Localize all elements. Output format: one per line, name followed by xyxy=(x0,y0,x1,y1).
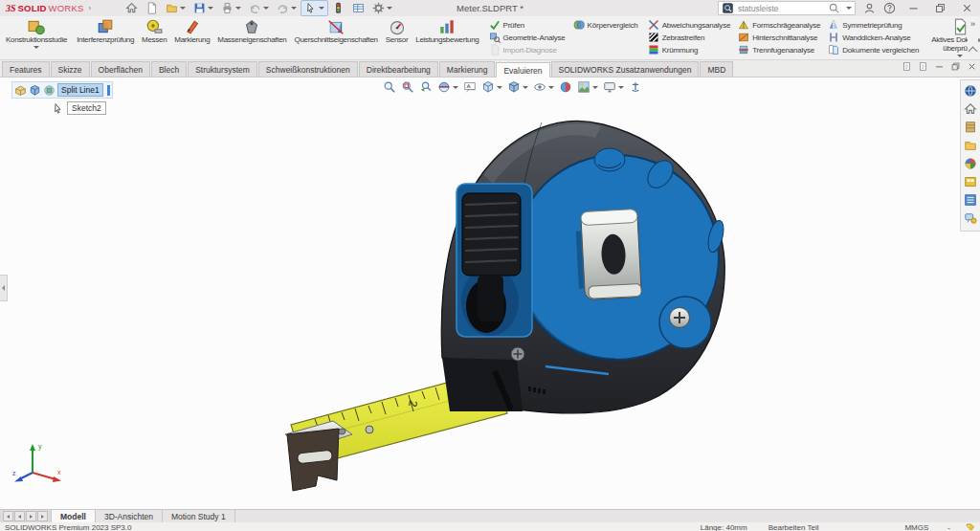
select-button[interactable] xyxy=(301,0,328,16)
hide-show-items-button[interactable] xyxy=(531,79,556,95)
tab-markierung[interactable]: Markierung xyxy=(439,61,496,77)
scroll-left-button[interactable] xyxy=(14,511,25,521)
dropdown-caret[interactable] xyxy=(291,7,297,10)
3dexperience-marketplace-button[interactable] xyxy=(964,84,977,98)
tab-schweisskonstruktionen[interactable]: Schweißkonstruktionen xyxy=(258,61,358,77)
zoom-to-fit-button[interactable] xyxy=(381,79,398,95)
tab-features[interactable]: Features xyxy=(2,61,50,77)
minimize-button[interactable] xyxy=(903,1,923,15)
solidworks-forum-button[interactable] xyxy=(964,211,977,225)
feature-icon[interactable] xyxy=(43,84,56,97)
view-palette-button[interactable] xyxy=(964,175,977,188)
sketch-name-box[interactable]: Sketch2 xyxy=(67,101,106,115)
edit-appearance-button[interactable] xyxy=(557,79,574,95)
dropdown-caret[interactable] xyxy=(618,86,624,89)
view-settings-button[interactable] xyxy=(601,79,626,95)
user-account-icon[interactable] xyxy=(863,2,876,14)
rebuild-button[interactable] xyxy=(328,0,348,16)
lock-slider[interactable] xyxy=(457,184,532,337)
document-minimize-button[interactable] xyxy=(934,61,945,72)
dropdown-caret[interactable] xyxy=(523,86,528,89)
leistungsbewertung-button[interactable]: Leistungsbewertung xyxy=(412,16,482,59)
file-explorer-button[interactable] xyxy=(964,139,977,152)
custom-properties-button[interactable] xyxy=(964,193,977,207)
save-button[interactable] xyxy=(189,0,217,16)
document-close-button[interactable] xyxy=(967,61,977,72)
dropdown-caret[interactable] xyxy=(453,86,458,89)
tab-skizze[interactable]: Skizze xyxy=(51,61,90,77)
feature-name-chip[interactable]: Split Line1 xyxy=(57,83,103,97)
apply-scene-button[interactable] xyxy=(575,79,600,95)
geometrie-analyse-button[interactable]: Geometrie-Analyse xyxy=(489,32,566,43)
body-icon[interactable] xyxy=(29,84,41,97)
tape-measure-model[interactable]: 2 3 xyxy=(0,77,980,509)
unit-system-label[interactable]: MMGS xyxy=(904,523,928,531)
wanddicken-analyse-button[interactable]: Wanddicken-Analyse xyxy=(828,32,919,43)
new-document-button[interactable] xyxy=(142,0,162,16)
rotate-view-button[interactable] xyxy=(627,79,644,95)
dropdown-caret[interactable] xyxy=(33,46,39,49)
appearances-scenes-button[interactable] xyxy=(964,157,977,170)
dropdown-caret[interactable] xyxy=(592,86,598,89)
view-orientation-button[interactable] xyxy=(479,79,504,95)
part-icon[interactable] xyxy=(14,84,27,97)
formschraegeanalyse-button[interactable]: Formschrägeanalyse xyxy=(738,19,820,31)
dokumente-vergleichen-button[interactable]: Dokumente vergleichen xyxy=(828,44,919,55)
feature-manager-collapse-tab[interactable] xyxy=(0,275,8,301)
document-pane-icon-2[interactable] xyxy=(918,61,928,72)
3d-views-tab[interactable]: 3D-Ansichten xyxy=(96,510,163,522)
scroll-first-button[interactable] xyxy=(3,511,13,521)
hinterschnittanalyse-button[interactable]: Hinterschnittanalyse xyxy=(738,32,820,43)
dropdown-caret[interactable] xyxy=(235,7,241,10)
model-tab[interactable]: Modell xyxy=(52,510,96,522)
search-scope-icon[interactable] xyxy=(722,2,734,14)
solidworks-menu[interactable]: 3S SOLIDWORKS › xyxy=(0,3,97,13)
dropdown-caret[interactable] xyxy=(387,7,392,10)
koerpervergleich-button[interactable]: Körpervergleich xyxy=(573,19,638,31)
options-button[interactable] xyxy=(368,0,396,16)
graphics-viewport[interactable]: 2 3 xyxy=(0,77,980,509)
menu-expand-arrow[interactable]: › xyxy=(88,4,91,12)
dropdown-caret[interactable] xyxy=(180,7,186,10)
design-library-button[interactable] xyxy=(964,121,977,134)
tab-solidworks-zusatzanwendungen[interactable]: SOLIDWORKS Zusatzanwendungen xyxy=(551,61,700,77)
interferenzpruefung-button[interactable]: Interferenzprüfung xyxy=(73,16,138,59)
tab-oberflaechen[interactable]: Oberflächen xyxy=(91,61,150,77)
solidworks-resources-button[interactable] xyxy=(964,102,977,116)
messen-button[interactable]: Messen xyxy=(138,16,170,59)
search-dropdown-caret[interactable] xyxy=(846,7,852,10)
tab-direktbearbeitung[interactable]: Direktbearbeitung xyxy=(359,61,438,77)
zebrastreifen-button[interactable]: Zebrastreifen xyxy=(648,32,731,43)
document-pane-icon[interactable] xyxy=(902,61,912,72)
tab-evaluieren[interactable]: Evaluieren xyxy=(496,62,549,77)
display-style-button[interactable] xyxy=(505,79,530,95)
abweichungsanalyse-button[interactable]: Abweichungsanalyse xyxy=(648,19,731,31)
trennfugenanalyse-button[interactable]: Trennfugenanalyse xyxy=(738,44,820,55)
belt-clip[interactable] xyxy=(575,209,642,299)
search-icon[interactable] xyxy=(828,2,840,14)
undo-button[interactable] xyxy=(245,0,273,16)
file-properties-button[interactable] xyxy=(348,0,368,16)
help-icon[interactable] xyxy=(883,2,896,14)
markierung-button[interactable]: Markierung xyxy=(170,16,213,59)
dropdown-caret[interactable] xyxy=(957,55,963,57)
masseneigenschaften-button[interactable]: Masseneigenschaften xyxy=(213,16,290,59)
collapse-ribbon-button[interactable] xyxy=(969,47,978,56)
home-button[interactable] xyxy=(122,0,142,16)
konstruktionsstudie-button[interactable]: Konstruktionsstudie xyxy=(2,16,71,59)
import-diagnose-button[interactable]: Import-Diagnose xyxy=(489,44,566,55)
tab-mbd[interactable]: MBD xyxy=(700,61,733,77)
dropdown-caret[interactable] xyxy=(548,86,554,89)
tab-struktursystem[interactable]: Struktursystem xyxy=(188,61,257,77)
dynamic-annotation-views-button[interactable] xyxy=(461,79,479,95)
custom-properties-tag-icon[interactable] xyxy=(966,522,975,531)
zoom-to-area-button[interactable] xyxy=(399,79,416,95)
dropdown-caret[interactable] xyxy=(208,7,213,10)
pruefen-button[interactable]: Prüfen xyxy=(489,19,566,31)
redo-button[interactable] xyxy=(273,0,301,16)
symmetriepruefung-button[interactable]: Symmetrieprüfung xyxy=(828,19,919,31)
motion-study-tab[interactable]: Motion Study 1 xyxy=(163,510,235,522)
dropdown-caret[interactable] xyxy=(263,7,269,10)
search-input[interactable]: statusleiste xyxy=(738,4,824,13)
dropdown-caret[interactable] xyxy=(497,86,502,89)
